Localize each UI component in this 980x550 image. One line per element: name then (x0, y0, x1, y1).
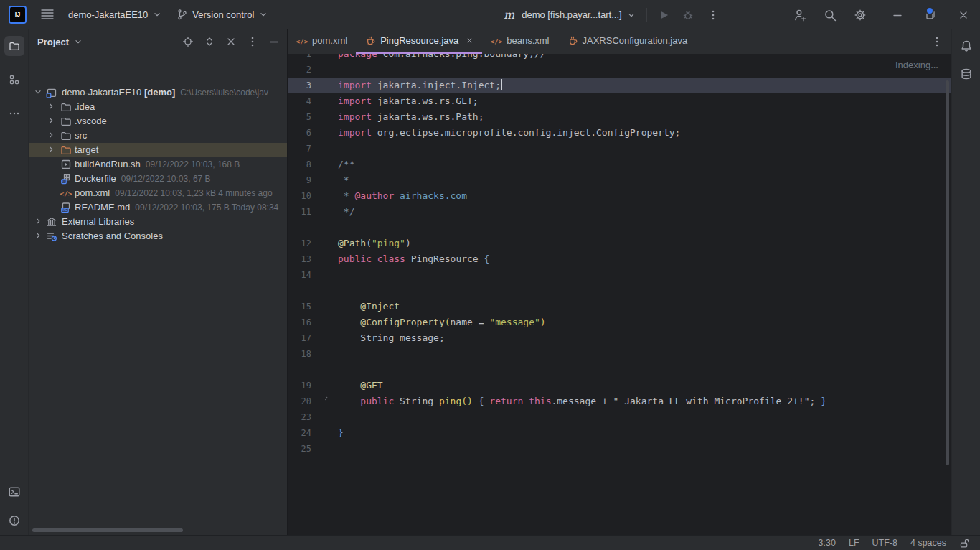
code-line-5[interactable]: 5import jakarta.ws.rs.Path; (288, 109, 951, 125)
tree-item-pom.xml[interactable]: </>pom.xml09/12/2022 10:03, 1,23 kB 4 mi… (29, 186, 287, 200)
line-number[interactable]: 5 (288, 109, 311, 125)
code-line-10[interactable]: 10 * @author airhacks.com (288, 188, 951, 204)
code-line-blank[interactable] (288, 362, 951, 378)
line-number[interactable]: 24 (288, 425, 311, 441)
tool-stripe-database[interactable] (956, 64, 976, 84)
minimize-icon[interactable] (881, 0, 914, 29)
tree-item-Dockerfile[interactable]: DDockerfile09/12/2022 10:03, 67 B (29, 172, 287, 186)
tree-item-demo-JakartaEE10[interactable]: demo-JakartaEE10 [demo]C:\Users\luise\co… (29, 85, 287, 100)
line-number[interactable]: 2 (288, 62, 311, 78)
status-item-encoding[interactable]: UTF-8 (872, 538, 897, 548)
code-line-7[interactable]: 7 (288, 141, 951, 157)
debug-icon[interactable] (682, 9, 694, 22)
line-number[interactable]: 20 (288, 393, 311, 409)
code-line-25[interactable]: 25 (288, 441, 951, 457)
code-line-6[interactable]: 6import org.eclipse.microprofile.config.… (288, 125, 951, 141)
hamburger-menu-icon[interactable] (41, 9, 54, 20)
settings-gear-icon[interactable] (845, 0, 875, 29)
vcs-widget[interactable]: Version control (176, 9, 268, 20)
fold-arrow-icon[interactable] (322, 393, 331, 402)
line-number[interactable]: 23 (288, 409, 311, 425)
code-line-16[interactable]: 16 @ConfigProperty(name = "message") (288, 314, 951, 330)
line-number[interactable]: 18 (288, 346, 311, 362)
tool-stripe-terminal[interactable] (4, 482, 24, 502)
code-line-23[interactable]: 23 (288, 409, 951, 425)
chevron-down-icon[interactable] (33, 87, 43, 97)
hide-panel-icon[interactable] (268, 36, 280, 47)
tree-item-README.md[interactable]: MDREADME.md09/12/2022 10:03, 175 B Today… (29, 200, 287, 215)
project-selector[interactable]: demo-JakartaEE10 (68, 9, 162, 20)
line-number[interactable]: 12 (288, 236, 311, 251)
code-line-11[interactable]: 11 */ (288, 204, 951, 220)
more-icon[interactable] (707, 9, 719, 21)
code-line-4[interactable]: 4import jakarta.ws.rs.GET; (288, 93, 951, 109)
run-config-selector[interactable]: demo [fish.payar...tart...] (522, 9, 636, 20)
status-item-caret-position[interactable]: 3:30 (819, 538, 836, 548)
line-number[interactable]: 3 (288, 78, 311, 93)
code-editor[interactable]: 1package com.airhacks.ping.boundary;//23… (288, 54, 951, 535)
chevron-right-icon[interactable] (46, 116, 56, 126)
tree-item-.idea[interactable]: .idea (29, 100, 287, 114)
code-line-14[interactable]: 14 (288, 267, 951, 283)
line-number[interactable]: 4 (288, 93, 311, 109)
line-number[interactable]: 7 (288, 141, 311, 157)
chevron-right-icon[interactable] (46, 130, 56, 140)
line-number[interactable]: 10 (288, 188, 311, 204)
code-line-17[interactable]: 17 String message; (288, 330, 951, 346)
code-line-13[interactable]: 13public class PingResource { (288, 251, 951, 267)
close-icon[interactable] (947, 0, 980, 29)
vertical-scrollbar[interactable] (946, 80, 949, 465)
collapse-all-icon[interactable] (225, 36, 237, 47)
code-line-19[interactable]: 19 @GET (288, 378, 951, 393)
line-number[interactable]: 19 (288, 378, 311, 393)
tab-pom.xml[interactable]: </>pom.xml (288, 29, 356, 54)
line-number[interactable]: 13 (288, 251, 311, 267)
tool-stripe-more-tool-windows[interactable] (4, 103, 24, 123)
line-number[interactable]: 8 (288, 157, 311, 172)
line-number[interactable]: 11 (288, 204, 311, 220)
code-line-8[interactable]: 8/** (288, 157, 951, 172)
line-number[interactable]: 14 (288, 267, 311, 283)
code-line-blank[interactable] (288, 220, 951, 236)
tab-PingResource.java[interactable]: PingResource.java (356, 29, 482, 54)
tree-item-Scratches and Consoles[interactable]: Scratches and Consoles (29, 229, 287, 243)
tool-stripe-structure[interactable] (4, 70, 24, 90)
status-item-line-ending[interactable]: LF (849, 538, 859, 548)
line-number[interactable]: 17 (288, 330, 311, 346)
line-number[interactable]: 1 (288, 54, 311, 62)
code-line-18[interactable]: 18 (288, 346, 951, 362)
tab-beans.xml[interactable]: </>beans.xml (482, 29, 557, 54)
line-number[interactable]: 9 (288, 172, 311, 188)
tree-item-target[interactable]: target (29, 143, 287, 157)
tree-item-src[interactable]: src (29, 129, 287, 143)
unlocked-padlock-icon[interactable] (959, 538, 970, 549)
line-number[interactable]: 25 (288, 441, 311, 457)
chevron-right-icon[interactable] (46, 144, 56, 154)
tree-item-buildAndRun.sh[interactable]: buildAndRun.sh09/12/2022 10:03, 168 B (29, 157, 287, 172)
chevron-right-icon[interactable] (33, 230, 43, 241)
code-line-blank[interactable] (288, 283, 951, 299)
tree-item-External Libraries[interactable]: External Libraries (29, 215, 287, 229)
tab-overflow-more-icon[interactable] (931, 36, 943, 47)
add-user-icon[interactable] (785, 0, 815, 29)
expand-all-icon[interactable] (204, 36, 215, 47)
line-number[interactable]: 6 (288, 125, 311, 141)
search-icon[interactable] (815, 0, 845, 29)
chevron-right-icon[interactable] (33, 216, 43, 226)
code-line-15[interactable]: 15 @Inject (288, 299, 951, 314)
code-line-2[interactable]: 2 (288, 62, 951, 78)
chevron-right-icon[interactable] (46, 101, 56, 111)
tab-JAXRSConfiguration.java[interactable]: JAXRSConfiguration.java (558, 29, 697, 54)
horizontal-scrollbar[interactable] (32, 528, 183, 532)
run-icon[interactable] (657, 9, 670, 22)
code-line-3[interactable]: 3import jakarta.inject.Inject; (288, 78, 951, 93)
code-line-24[interactable]: 24} (288, 425, 951, 441)
line-number[interactable]: 15 (288, 299, 311, 314)
code-line-1[interactable]: 1package com.airhacks.ping.boundary;// (288, 54, 951, 62)
tool-stripe-problems[interactable] (4, 511, 24, 531)
tool-stripe-project[interactable] (4, 36, 24, 56)
project-panel-title[interactable]: Project (37, 37, 83, 47)
close-tab-icon[interactable] (466, 37, 473, 45)
code-line-20[interactable]: 20 public String ping() { return this.me… (288, 393, 951, 409)
more-options-icon[interactable] (247, 36, 258, 47)
